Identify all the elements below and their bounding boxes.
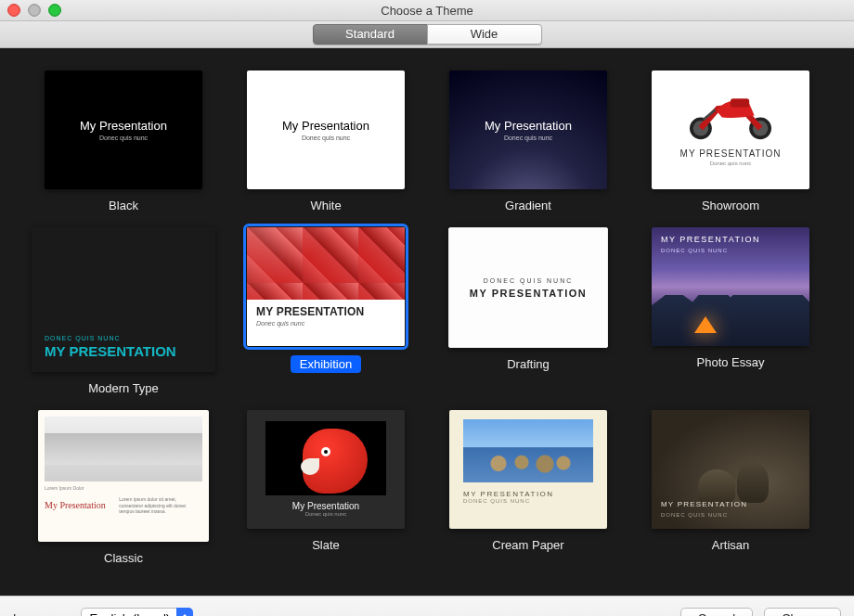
theme-label: Drafting [507, 357, 550, 371]
cancel-button[interactable]: Cancel [680, 608, 753, 616]
abstract-art-icon [247, 227, 405, 300]
thumb-title: MY PRESENTATION [661, 500, 747, 508]
pottery-icon [652, 410, 809, 529]
language-select[interactable]: English (Israel) [81, 608, 193, 616]
thumb-subtitle: Donec quis nunc [302, 135, 350, 141]
parrot-icon [265, 421, 386, 495]
theme-artisan-thumbnail: MY PRESENTATION DONEC QUIS NUNC [652, 410, 809, 529]
thumb-subtitle: DONEC QUIS NUNC [661, 512, 728, 518]
thumb-title: MY PRESENTATION [256, 305, 395, 318]
theme-showroom[interactable]: MY PRESENTATION Donec quis nunc Showroom [638, 71, 823, 212]
footer: Language: English (Israel) Cancel Choose [0, 596, 854, 616]
theme-label: Artisan [712, 538, 749, 552]
language-label: Language: [13, 611, 70, 617]
thumb-title: My Presentation [45, 500, 106, 510]
theme-label: Modern Type [88, 381, 159, 395]
theme-browser[interactable]: My Presentation Donec quis nunc Black My… [0, 48, 854, 596]
theme-exhibition-thumbnail: MY PRESENTATION Donec quis nunc [247, 227, 405, 346]
thumb-title: MY PRESENTATION [680, 148, 782, 159]
thumb-title: My Presentation [292, 501, 359, 511]
thumb-subtitle: Donec quis nunc [256, 320, 395, 327]
theme-cream-paper[interactable]: MY PRESENTATION DONEC QUIS NUNC Cream Pa… [435, 410, 621, 565]
theme-drafting-thumbnail: DONEC QUIS NUNC MY PRESENTATION [448, 227, 608, 348]
theme-photo-essay-thumbnail: MY PRESENTATION DONEC QUIS NUNC [652, 227, 809, 346]
thumb-subtitle: DONEC QUIS NUNC [45, 335, 202, 341]
theme-white-thumbnail: My Presentation Donec quis nunc [247, 71, 405, 189]
theme-black[interactable]: My Presentation Donec quis nunc Black [31, 71, 216, 212]
theme-grid: My Presentation Donec quis nunc Black My… [0, 71, 854, 565]
choose-button[interactable]: Choose [764, 608, 841, 616]
thumb-subtitle: Donec quis nunc [99, 135, 148, 141]
thumb-subtitle: DONEC QUIS NUNC [661, 248, 728, 253]
theme-modern-type[interactable]: DONEC QUIS NUNC MY PRESENTATION Modern T… [31, 227, 216, 395]
theme-label: Showroom [702, 199, 759, 212]
motorcycle-icon [679, 80, 782, 143]
theme-artisan[interactable]: MY PRESENTATION DONEC QUIS NUNC Artisan [638, 410, 823, 565]
thumb-body: Lorem ipsum dolor sit amet, consectetur … [119, 496, 193, 515]
theme-exhibition[interactable]: MY PRESENTATION Donec quis nunc Exhibiti… [233, 227, 419, 395]
theme-label: Black [109, 199, 138, 212]
theme-gradient[interactable]: My Presentation Donec quis nunc Gradient [435, 71, 621, 212]
thumb-subtitle: Donec quis nunc [504, 135, 552, 141]
thumb-subtitle: DONEC QUIS NUNC [463, 498, 530, 504]
theme-label: Slate [312, 538, 340, 552]
thumb-title: My Presentation [282, 119, 369, 133]
thumb-subtitle: Donec quis nunc [305, 511, 347, 517]
thumb-title: MY PRESENTATION [463, 490, 554, 498]
aspect-ratio-tabs: Standard Wide [313, 24, 542, 45]
title-bar: Choose a Theme [0, 0, 854, 21]
svg-rect-4 [731, 98, 749, 107]
theme-drafting[interactable]: DONEC QUIS NUNC MY PRESENTATION Drafting [435, 227, 621, 395]
tab-wide[interactable]: Wide [427, 24, 542, 45]
bridge-icon [45, 417, 202, 481]
theme-photo-essay[interactable]: MY PRESENTATION DONEC QUIS NUNC Photo Es… [638, 227, 823, 395]
theme-label: Photo Essay [697, 355, 765, 369]
thumb-subtitle: DONEC QUIS NUNC [484, 277, 574, 284]
theme-black-thumbnail: My Presentation Donec quis nunc [45, 71, 202, 189]
theme-showroom-thumbnail: MY PRESENTATION Donec quis nunc [652, 71, 809, 189]
theme-label: White [310, 199, 341, 212]
theme-label: Cream Paper [492, 538, 563, 552]
window-title: Choose a Theme [0, 4, 854, 18]
thumb-title: MY PRESENTATION [45, 343, 202, 359]
toolbar: Standard Wide [0, 21, 854, 48]
theme-slate[interactable]: My Presentation Donec quis nunc Slate [233, 410, 419, 565]
tab-standard[interactable]: Standard [313, 24, 427, 45]
thumb-title: My Presentation [80, 119, 167, 133]
theme-classic[interactable]: Lorem Ipsum Dolor My Presentation Lorem … [31, 410, 216, 565]
theme-label: Exhibition [291, 355, 361, 373]
theme-cream-paper-thumbnail: MY PRESENTATION DONEC QUIS NUNC [449, 410, 607, 529]
theme-modern-type-thumbnail: DONEC QUIS NUNC MY PRESENTATION [32, 227, 215, 372]
tent-icon [694, 316, 717, 333]
thumb-title: MY PRESENTATION [661, 235, 760, 244]
thumb-title: MY PRESENTATION [470, 288, 587, 299]
theme-label: Classic [104, 551, 143, 565]
theme-gradient-thumbnail: My Presentation Donec quis nunc [449, 71, 607, 189]
theme-white[interactable]: My Presentation Donec quis nunc White [233, 71, 419, 212]
thumb-subtitle: Donec quis nunc [710, 160, 752, 166]
seascape-icon [463, 419, 593, 482]
theme-slate-thumbnail: My Presentation Donec quis nunc [247, 410, 405, 529]
theme-label: Gradient [505, 199, 551, 212]
theme-classic-thumbnail: Lorem Ipsum Dolor My Presentation Lorem … [38, 410, 209, 542]
thumb-title: My Presentation [485, 119, 572, 133]
